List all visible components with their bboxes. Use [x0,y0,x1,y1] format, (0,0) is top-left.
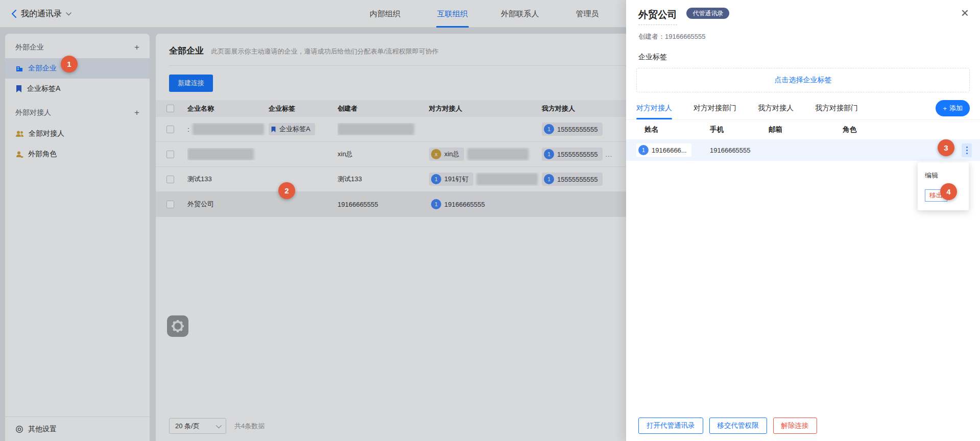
topbar-tabs: 内部组织 互联组织 外部联系人 管理员 [351,0,621,28]
tab-admin[interactable]: 管理员 [554,0,621,28]
chevron-down-icon[interactable] [66,12,71,16]
add-company-button[interactable]: + [134,44,139,51]
total-count: 共4条数据 [234,422,265,431]
step-badge-2: 2 [278,182,295,199]
tab-our-department[interactable]: 我方对接部门 [815,104,858,119]
sidebar-item-company-tag-a[interactable]: 企业标签A [5,79,150,99]
col-company-tag: 企业标签 [269,104,338,113]
sidebar-section-external-liaison: 外部对接人 + [5,99,150,124]
floating-settings-widget[interactable] [167,315,188,337]
add-liaison-button[interactable]: + [134,109,139,116]
add-button-label: 添加 [949,104,963,113]
blurred-company-name [193,123,264,135]
sidebar-footer-label: 其他设置 [28,425,57,434]
tag-select-area[interactable]: 点击选择企业标签 [636,68,970,92]
company-tag-label: 企业标签 [626,41,980,62]
tab-their-liaison[interactable]: 对方对接人 [636,104,672,119]
company-name-prefix: : [187,126,189,133]
avatar: 1 [431,174,441,184]
close-icon[interactable]: × [961,6,969,19]
page-title: 我的通讯录 [21,9,62,19]
sidebar-item-label: 全部企业 [28,64,57,73]
sidebar-item-external-roles[interactable]: 外部角色 [5,144,150,164]
sidebar-item-all-liaisons[interactable]: 全部对接人 [5,124,150,144]
col-creator: 创建者 [338,104,429,113]
plus-icon: + [943,105,947,112]
contact-name-chip: 1 19166666... [636,143,691,157]
contact-row[interactable]: 1 19166666... 19166665555 [626,139,980,161]
section-title: 外部企业 [15,43,44,52]
avatar: 1 [544,149,554,159]
panel-creator: 创建者：19166665555 [626,25,980,41]
gear-tools-icon [171,319,185,333]
pagination: 20 条/页 共4条数据 [169,418,265,434]
sidebar-section-external-company: 外部企业 + [5,34,150,58]
sidebar: 外部企业 + 全部企业 企业标签A 外部对接人 + 全部对接人 外部角色 其他设… [5,34,150,441]
person-role-icon [15,151,23,158]
their-liaison-chip: x xin总 [429,148,464,161]
contact-table-header: 姓名 手机 邮箱 角色 [626,120,980,139]
company-detail-panel: 外贸公司 代管通讯录 × 创建者：19166665555 企业标签 点击选择企业… [626,0,980,441]
open-managed-contacts-button[interactable]: 打开代管通讯录 [638,418,703,434]
liaison-phone: 15555555555 [557,176,598,183]
back-to-contacts[interactable]: 我的通讯录 [11,0,71,28]
disconnect-button[interactable]: 解除连接 [773,418,817,434]
panel-tabs: 对方对接人 对方对接部门 我方对接人 我方对接部门 + 添加 [626,104,980,120]
chevron-left-icon [11,10,17,18]
settings-icon [15,425,23,433]
add-contact-button[interactable]: + 添加 [936,100,970,116]
overflow-indicator: ... [606,151,613,158]
our-liaison-chip: 1 15555555555 [542,122,603,136]
main-title: 全部企业 [169,46,204,56]
col-name: 姓名 [644,125,710,134]
row-checkbox[interactable] [166,176,174,183]
tab-internal-org[interactable]: 内部组织 [351,0,419,28]
company-name: 外贸公司 [187,200,214,209]
menu-item-edit[interactable]: 编辑 [918,166,969,185]
managed-contacts-badge: 代管通讯录 [686,8,729,19]
new-connection-button[interactable]: 新建连接 [169,75,213,92]
avatar: 1 [544,124,554,134]
avatar: 1 [544,174,554,184]
page-size-select[interactable]: 20 条/页 [169,418,226,434]
row-checkbox[interactable] [166,201,174,208]
blurred-company-name [187,148,254,160]
row-checkbox[interactable] [166,151,174,158]
step-badge-4: 4 [940,183,957,200]
tab-our-liaison[interactable]: 我方对接人 [758,104,794,119]
people-icon [15,130,24,138]
col-phone: 手机 [710,125,769,134]
step-badge-1: 1 [61,56,78,72]
sidebar-item-all-companies[interactable]: 全部企业 [5,58,150,79]
contact-phone: 19166665555 [710,146,751,154]
creator-name: 测试133 [338,175,362,184]
tab-their-department[interactable]: 对方对接部门 [694,104,736,119]
panel-footer-buttons: 打开代管通讯录 移交代管权限 解除连接 [638,418,817,434]
col-their-liaison: 对方对接人 [429,104,542,113]
avatar: 1 [431,199,441,209]
main-subtitle: 此页面展示你主动邀请的企业，邀请成功后给他们分配表单/流程权限即可协作 [211,47,439,55]
sidebar-item-label: 全部对接人 [29,129,64,138]
our-liaison-chip: 1 15555555555 [542,173,603,186]
their-liaison-chip: 1 19166665555 [429,198,490,211]
tab-external-contacts[interactable]: 外部联系人 [486,0,554,28]
sidebar-other-settings[interactable]: 其他设置 [5,416,150,441]
chevron-down-icon [216,422,222,428]
select-all-checkbox[interactable] [166,105,174,112]
company-tag-chip: 企业标签A [269,123,315,135]
select-tag-link[interactable]: 点击选择企业标签 [775,76,832,85]
transfer-managed-rights-button[interactable]: 移交代管权限 [709,418,767,434]
liaison-name: xin总 [444,150,460,159]
company-name: 测试133 [187,175,212,184]
section-title: 外部对接人 [15,108,51,117]
their-liaison-chip: 1 191钉钉 [429,173,473,186]
blurred-liaison [476,173,538,185]
tab-connected-org[interactable]: 互联组织 [419,0,486,28]
building-icon [15,64,23,72]
panel-title: 外贸公司 [638,8,677,25]
row-checkbox[interactable] [166,126,174,133]
row-more-actions-button[interactable] [962,143,972,157]
sidebar-item-label: 外部角色 [28,150,57,159]
app-root: 我的通讯录 内部组织 互联组织 外部联系人 管理员 外部企业 + 全部企业 企业… [0,0,980,441]
col-company-name: 企业名称 [187,104,269,113]
